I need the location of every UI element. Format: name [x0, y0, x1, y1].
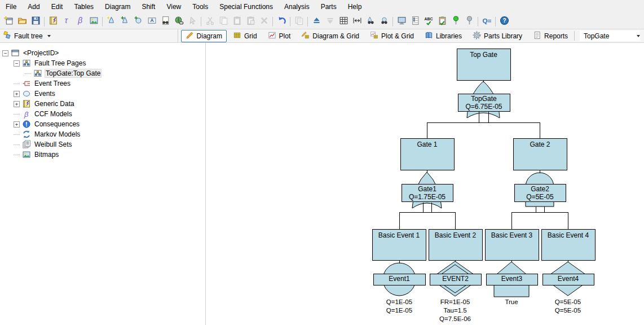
add-event-button[interactable]: [131, 15, 145, 28]
menu-item-edit[interactable]: Edit: [46, 0, 69, 14]
gate2-tag-text: Q=5E-05: [526, 193, 554, 201]
menu-item-parts[interactable]: Parts: [315, 0, 342, 14]
paste-button[interactable]: [230, 15, 244, 28]
view-type-selector[interactable]: Fault tree: [0, 29, 178, 42]
svg-text:Q=: Q=: [482, 16, 491, 24]
expand-icon[interactable]: +: [14, 121, 20, 128]
tab-plot[interactable]: Plot: [263, 30, 295, 42]
menu-item-file[interactable]: File: [0, 0, 22, 14]
tree-item-label: CCF Models: [33, 110, 73, 118]
status-gray-button[interactable]: [462, 15, 476, 28]
basic-event-1-box-label: Basic Event 1: [378, 231, 420, 239]
text-box-button[interactable]: A: [145, 15, 158, 28]
computer-button[interactable]: [395, 15, 408, 28]
table-grid-button[interactable]: [337, 15, 350, 28]
book-icon: [425, 31, 433, 41]
tab-libraries[interactable]: Libraries: [420, 30, 466, 42]
tree-item-projectid[interactable]: −<ProjectID>: [0, 48, 205, 58]
collapse-icon[interactable]: −: [14, 60, 20, 67]
tab-diagram-grid[interactable]: Diagram & Grid: [297, 30, 364, 42]
tab-label: Reports: [544, 32, 568, 40]
copy-pages-button[interactable]: [292, 15, 306, 28]
bitmap-image-button[interactable]: [87, 15, 100, 28]
paste-special-icon: [246, 16, 255, 28]
event2-values: Tau=1.5: [443, 307, 466, 314]
tree-item-ccf-models[interactable]: βCCF Models: [0, 109, 205, 119]
align-top-button[interactable]: [310, 15, 323, 28]
options-page-button[interactable]: [408, 15, 422, 28]
tree-item-weibull-sets[interactable]: Weibull Sets: [0, 139, 205, 150]
options-page-icon: [411, 16, 420, 28]
add-gate-button[interactable]: [118, 15, 131, 28]
generic-data-button[interactable]: [46, 15, 60, 28]
undo-button[interactable]: [275, 15, 288, 28]
q-equals-button[interactable]: Q=: [480, 15, 493, 28]
tree-item-fault-tree-pages[interactable]: −Fault Tree Pages: [0, 58, 205, 68]
tree-item-consequences[interactable]: +Consequences: [0, 119, 205, 129]
expand-icon[interactable]: +: [14, 91, 20, 97]
project-window-icon: [11, 49, 20, 58]
cut-button[interactable]: [203, 15, 217, 28]
page-selector-combo[interactable]: TopGate: [580, 30, 640, 41]
menu-item-view[interactable]: View: [161, 0, 187, 14]
toolbar-separator: [102, 17, 103, 27]
topgate-tag-text: TopGate: [471, 95, 497, 103]
save-button[interactable]: [29, 15, 42, 28]
paste-special-button[interactable]: [244, 15, 257, 28]
fit-width-icon: [352, 16, 362, 28]
tree-item-label: Events: [33, 90, 56, 98]
copy-icon: [219, 16, 228, 28]
menu-item-special-functions[interactable]: Special Functions: [214, 0, 279, 14]
status-green-button[interactable]: [449, 15, 462, 28]
gate-symbol-button[interactable]: [104, 15, 118, 28]
separator: [574, 31, 575, 41]
collapse-icon[interactable]: −: [2, 50, 8, 56]
tab-grid[interactable]: Grid: [228, 30, 262, 42]
menu-item-tables[interactable]: Tables: [68, 0, 99, 14]
find-gate-button[interactable]: [364, 15, 377, 28]
menu-item-add[interactable]: Add: [22, 0, 45, 14]
spell-check-button[interactable]: ABC: [422, 15, 435, 28]
add-event-icon: [134, 16, 143, 28]
tau-button[interactable]: τ: [60, 15, 73, 28]
tab-reports[interactable]: Reports: [528, 30, 572, 42]
align-bottom-button[interactable]: [323, 15, 337, 28]
align-top-icon: [312, 16, 321, 28]
tree-item-label: Generic Data: [33, 100, 76, 108]
tab-plot-grid[interactable]: Plot & Grid: [365, 30, 418, 42]
expand-icon[interactable]: +: [14, 101, 20, 107]
hyperlink-button[interactable]: [172, 15, 186, 28]
fit-width-button[interactable]: [350, 15, 364, 28]
tree-item-event-trees[interactable]: Event Trees: [0, 78, 205, 89]
tree-connector: [25, 73, 31, 74]
tab-parts-library[interactable]: Parts Library: [468, 30, 527, 42]
align-bottom-icon: [325, 16, 335, 28]
tree-item-topgate-top-gate[interactable]: TopGate:Top Gate: [0, 68, 205, 78]
page-find-button[interactable]: [158, 15, 172, 28]
tree-item-label: TopGate:Top Gate: [45, 69, 102, 78]
topgate-tag-text: Q=6.75E-05: [465, 103, 502, 111]
beta-button[interactable]: β: [73, 15, 87, 28]
menu-item-help[interactable]: Help: [342, 0, 368, 14]
tab-label: Diagram: [197, 32, 222, 40]
tree-item-bitmaps[interactable]: Bitmaps: [0, 150, 205, 160]
open-project-button[interactable]: [15, 15, 29, 28]
menu-item-diagram[interactable]: Diagram: [99, 0, 136, 14]
verify-button[interactable]: [435, 15, 449, 28]
help-button[interactable]: ?: [497, 15, 511, 28]
tab-label: Parts Library: [484, 32, 522, 40]
new-document-button[interactable]: [2, 15, 15, 28]
tree-item-generic-data[interactable]: +Generic Data: [0, 99, 205, 109]
diagram-canvas[interactable]: Top GateGate 1Gate 2Basic Event 1Basic E…: [206, 43, 644, 325]
find-event-button[interactable]: [377, 15, 391, 28]
menu-item-shift[interactable]: Shift: [136, 0, 161, 14]
tree-item-markov-models[interactable]: Markov Models: [0, 129, 205, 139]
tab-diagram[interactable]: Diagram: [181, 30, 227, 42]
events-icon: [22, 89, 31, 98]
delete-button[interactable]: [257, 15, 271, 28]
menu-item-analysis[interactable]: Analysis: [279, 0, 315, 14]
select-cursor-button[interactable]: [186, 15, 199, 28]
copy-button[interactable]: [217, 15, 230, 28]
tree-item-events[interactable]: +Events: [0, 89, 205, 99]
menu-item-tools[interactable]: Tools: [187, 0, 214, 14]
